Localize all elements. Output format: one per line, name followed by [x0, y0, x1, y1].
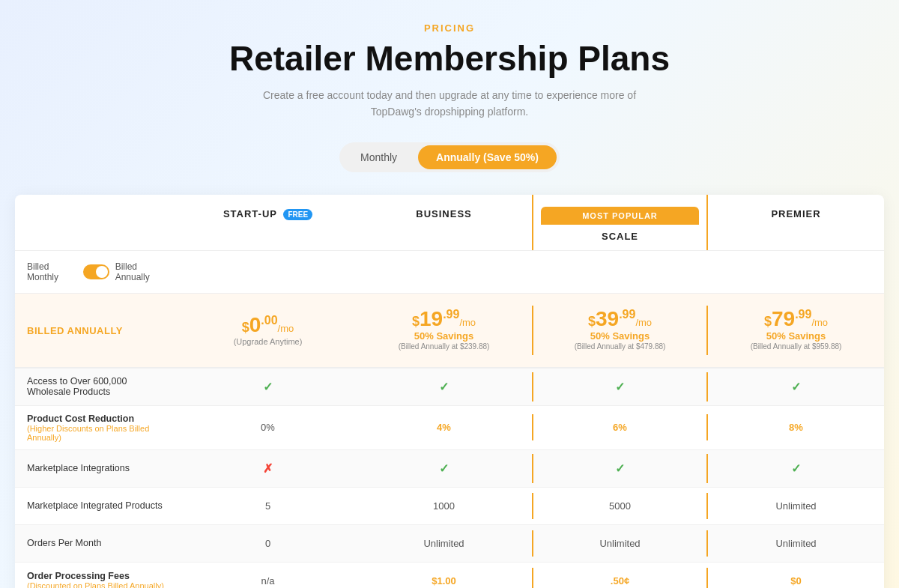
startup-dollar: $	[242, 320, 249, 335]
feature-label-cell: Marketplace Integrated Products	[15, 493, 180, 518]
business-price-cell: $19.99/mo 50% Savings (Billed Annually a…	[356, 306, 532, 354]
premier-dollar: $	[764, 315, 772, 330]
feature-row: Marketplace Integrations✗✓✓✓	[15, 450, 884, 488]
feature-value-cell: ✗	[180, 454, 356, 483]
page-header: PRICING Retailer Membership Plans Create…	[15, 22, 884, 120]
feature-label: Marketplace Integrations	[27, 463, 168, 473]
feature-value: n/a	[261, 575, 274, 587]
startup-header: START-UP FREE	[180, 195, 356, 250]
feature-value-cell: ✓	[532, 372, 708, 401]
billing-switch-row: Billed Monthly Billed Annually	[15, 251, 884, 294]
most-popular-banner: MOST POPULAR	[541, 207, 699, 225]
feature-label-cell: Marketplace Integrations	[15, 455, 180, 481]
business-header: BUSINESS	[356, 195, 532, 250]
scale-billed-detail: (Billed Annually at $479.88)	[539, 342, 700, 352]
feature-value-cell: 6%	[532, 414, 708, 440]
billed-annually-section-label: BILLED ANNUALLY	[15, 325, 180, 336]
startup-cents: .00	[261, 314, 277, 327]
check-icon: ✓	[439, 462, 449, 475]
premier-header: PREMIER	[708, 195, 884, 250]
premier-whole: 79	[772, 308, 795, 331]
business-plan-name: BUSINESS	[416, 208, 471, 219]
premier-billed-detail: (Billed Annually at $959.88)	[714, 342, 878, 352]
scale-header: MOST POPULAR SCALE	[532, 195, 708, 250]
premier-period: /mo	[811, 318, 828, 329]
premier-cents: .99	[795, 308, 811, 321]
billing-switch[interactable]	[83, 264, 109, 279]
feature-sub-label: (Higher Discounts on Plans Billed Annual…	[27, 424, 168, 442]
feature-label: Product Cost Reduction	[27, 413, 168, 424]
premier-price-cell: $79.99/mo 50% Savings (Billed Annually a…	[708, 306, 884, 354]
feature-value: 4%	[437, 422, 451, 433]
premier-savings: 50% Savings	[714, 330, 878, 342]
feature-value-cell: Unlimited	[532, 530, 708, 557]
feature-value-cell: 8%	[708, 414, 884, 440]
scale-period: /mo	[635, 318, 652, 329]
pricing-table-wrapper: START-UP FREE BUSINESS MOST POPULAR SCAL…	[15, 195, 884, 588]
business-billed-detail: (Billed Annually at $239.88)	[362, 342, 526, 352]
feature-value-cell: 0	[180, 530, 356, 557]
feature-value-cell: Unlimited	[356, 530, 532, 557]
free-badge: FREE	[283, 209, 312, 220]
feature-value: Unlimited	[775, 538, 816, 549]
check-icon: ✓	[615, 381, 625, 393]
feature-value: 5000	[609, 500, 631, 512]
feature-value: 0%	[261, 422, 275, 433]
startup-whole: 0	[249, 313, 261, 336]
pricing-label: PRICING	[15, 22, 884, 34]
business-savings: 50% Savings	[362, 330, 526, 342]
check-icon: ✓	[439, 381, 449, 393]
business-period: /mo	[459, 318, 476, 329]
check-icon: ✓	[791, 381, 801, 393]
premier-price: $79.99/mo	[714, 309, 878, 330]
business-whole: 19	[420, 308, 443, 331]
annually-toggle-option[interactable]: Annually (Save 50%)	[418, 145, 557, 169]
plan-header-row: START-UP FREE BUSINESS MOST POPULAR SCAL…	[15, 195, 884, 251]
scale-cents: .99	[619, 308, 635, 321]
feature-value-cell: ✓	[356, 454, 532, 483]
feature-value-cell: ✓	[708, 372, 884, 401]
feature-value-cell: 1000	[356, 493, 532, 519]
check-icon: ✓	[791, 462, 801, 475]
startup-plan-name: START-UP	[223, 208, 277, 219]
startup-period: /mo	[278, 323, 294, 334]
business-cents: .99	[443, 308, 459, 321]
feature-rows-container: Access to Over 600,000 Wholesale Product…	[15, 369, 884, 588]
billed-monthly-label: Billed Monthly	[27, 261, 77, 282]
scale-price: $39.99/mo	[539, 309, 700, 330]
scale-whole: 39	[596, 308, 619, 331]
startup-price: $0.00/mo	[186, 315, 350, 336]
feature-label-cell: Orders Per Month	[15, 530, 180, 556]
feature-value-cell: ✓	[708, 454, 884, 483]
feature-row: Product Cost Reduction(Higher Discounts …	[15, 406, 884, 450]
billing-label-cell: Billed Monthly Billed Annually	[15, 261, 180, 282]
feature-value-cell: 5000	[532, 493, 708, 519]
feature-value-cell: Unlimited	[708, 530, 884, 557]
feature-value-cell: .50¢	[532, 568, 708, 588]
feature-value-cell: 0%	[180, 414, 356, 440]
feature-value: Unlimited	[599, 538, 640, 549]
feature-label: Orders Per Month	[27, 538, 168, 548]
feature-value: 0	[265, 538, 270, 549]
toggle-pill: Monthly Annually (Save 50%)	[339, 142, 560, 172]
scale-plan-name: SCALE	[602, 231, 638, 242]
feature-row: Marketplace Integrated Products510005000…	[15, 488, 884, 525]
check-icon: ✓	[615, 462, 625, 475]
monthly-toggle-option[interactable]: Monthly	[342, 145, 415, 169]
feature-value: .50¢	[611, 575, 629, 587]
check-icon: ✓	[263, 381, 273, 393]
feature-value: Unlimited	[775, 500, 816, 512]
empty-header-cell	[15, 195, 180, 250]
feature-value-cell: 4%	[356, 414, 532, 440]
billing-toggle-container: Monthly Annually (Save 50%)	[15, 142, 884, 172]
feature-value-cell: ✓	[532, 454, 708, 483]
feature-value: Unlimited	[423, 538, 464, 549]
billed-annually-label: Billed Annually	[115, 261, 168, 282]
page-title: Retailer Membership Plans	[15, 40, 884, 78]
feature-label-cell: Access to Over 600,000 Wholesale Product…	[15, 369, 180, 404]
price-row: BILLED ANNUALLY $0.00/mo (Upgrade Anytim…	[15, 294, 884, 368]
business-price: $19.99/mo	[362, 309, 526, 330]
feature-value-cell: $0	[708, 568, 884, 588]
feature-label: Order Processing Fees	[27, 571, 168, 581]
x-icon: ✗	[263, 462, 273, 475]
